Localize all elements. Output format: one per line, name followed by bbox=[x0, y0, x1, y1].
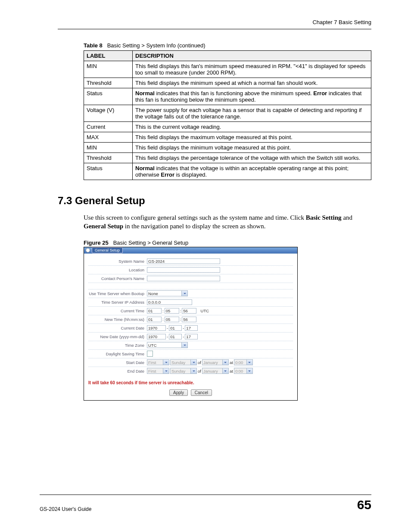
label-current-time: Current Time bbox=[88, 308, 147, 313]
current-time-s[interactable]: 56 bbox=[182, 308, 196, 314]
cell-label: MIN bbox=[84, 143, 133, 153]
cell-description: This field displays the percentage toler… bbox=[133, 153, 371, 163]
end-of-text: of bbox=[198, 369, 201, 373]
current-date-m[interactable]: 01 bbox=[169, 325, 182, 331]
current-time-h[interactable]: 01 bbox=[147, 308, 162, 314]
end-at-text: at bbox=[230, 369, 233, 373]
time-server-ip-input[interactable]: 0.0.0.0 bbox=[147, 299, 192, 305]
label-contact: Contact Person's Name bbox=[88, 276, 147, 281]
label-time-zone: Time Zone bbox=[88, 343, 147, 348]
table-row: StatusNormal indicates that this fan is … bbox=[84, 88, 371, 105]
figure-caption-text: Basic Setting > General Setup bbox=[113, 240, 189, 246]
label-new-time: New Time (hh:mm:ss) bbox=[88, 317, 147, 322]
current-date-d[interactable]: 17 bbox=[185, 325, 198, 331]
end-time-select[interactable]: 0:00 bbox=[234, 368, 253, 374]
new-date-d[interactable]: 17 bbox=[185, 334, 198, 339]
label-dst: Daylight Saving Time bbox=[88, 352, 147, 356]
current-date-y[interactable]: 1970 bbox=[147, 325, 166, 331]
cell-label: MIN bbox=[84, 61, 133, 78]
label-use-time-server: Use Time Server when Bootup bbox=[88, 291, 147, 296]
th-label: LABEL bbox=[84, 51, 133, 61]
new-time-m[interactable]: 05 bbox=[165, 317, 179, 322]
start-ord-select[interactable]: First bbox=[147, 359, 169, 365]
cell-label: Threshold bbox=[84, 78, 133, 88]
chevron-down-icon bbox=[222, 360, 228, 365]
current-time-suffix: UTC bbox=[201, 308, 209, 313]
start-at-text: at bbox=[230, 360, 233, 365]
table-row: StatusNormal indicates that the voltage … bbox=[84, 163, 371, 180]
th-description: DESCRIPTION bbox=[133, 51, 371, 61]
table-caption-prefix: Table 8 bbox=[84, 42, 103, 49]
chevron-down-icon bbox=[190, 360, 196, 365]
new-time-s[interactable]: 56 bbox=[182, 317, 196, 322]
chevron-down-icon bbox=[181, 291, 187, 296]
dst-checkbox[interactable] bbox=[147, 351, 153, 357]
chevron-down-icon bbox=[246, 368, 252, 373]
chevron-down-icon bbox=[190, 368, 196, 373]
end-ord-select[interactable]: First bbox=[147, 368, 169, 374]
contact-input[interactable] bbox=[147, 276, 220, 281]
cell-description: This is the current voltage reading. bbox=[133, 122, 371, 132]
cell-description: This field displays the minimum voltage … bbox=[133, 143, 371, 153]
cell-description: Normal indicates that the voltage is wit… bbox=[133, 163, 371, 180]
table-caption-text: Basic Setting > System Info (continued) bbox=[107, 42, 206, 49]
location-input[interactable] bbox=[147, 267, 220, 273]
table-row: Voltage (V)The power supply for each vol… bbox=[84, 105, 371, 122]
start-time-select[interactable]: 0:00 bbox=[234, 359, 253, 365]
label-system-name: System Name bbox=[88, 259, 147, 264]
new-date-m[interactable]: 01 bbox=[169, 334, 182, 339]
chevron-down-icon bbox=[246, 360, 252, 365]
current-time-m[interactable]: 05 bbox=[165, 308, 179, 314]
end-day-select[interactable]: Sunday bbox=[170, 368, 197, 374]
table-caption: Table 8 Basic Setting > System Info (con… bbox=[84, 42, 371, 49]
table-row: MINThis field displays this fan's minimu… bbox=[84, 61, 371, 78]
chevron-down-icon bbox=[181, 342, 187, 348]
cell-label: Status bbox=[84, 88, 133, 105]
label-time-server-ip: Time Server IP Address bbox=[88, 300, 147, 305]
chevron-down-icon bbox=[163, 360, 169, 365]
label-end-date: End Date bbox=[88, 369, 147, 373]
cell-description: This field displays this fan's minimum s… bbox=[133, 61, 371, 78]
start-month-select[interactable]: January bbox=[202, 359, 229, 365]
table-row: CurrentThis is the current voltage readi… bbox=[84, 122, 371, 132]
label-location: Location bbox=[88, 268, 147, 272]
chevron-down-icon bbox=[163, 368, 169, 373]
cell-description: The power supply for each voltage has a … bbox=[133, 105, 371, 122]
cell-label: Voltage (V) bbox=[84, 105, 133, 122]
cell-description: Normal indicates that this fan is functi… bbox=[133, 88, 371, 105]
table-row: MINThis field displays the minimum volta… bbox=[84, 143, 371, 153]
system-info-table: LABEL DESCRIPTION MINThis field displays… bbox=[84, 50, 371, 180]
figure-warning: It will take 60 seconds if time server i… bbox=[84, 378, 297, 389]
cell-label: MAX bbox=[84, 132, 133, 143]
chapter-header: Chapter 7 Basic Setting bbox=[58, 19, 371, 29]
system-name-input[interactable]: GS-2024 bbox=[147, 258, 220, 264]
label-current-date: Current Date bbox=[88, 326, 147, 330]
cell-label: Current bbox=[84, 122, 133, 132]
table-row: MAXThis field displays the maximum volta… bbox=[84, 132, 371, 143]
figure-caption: Figure 25 Basic Setting > General Setup bbox=[84, 240, 371, 246]
start-day-select[interactable]: Sunday bbox=[170, 359, 197, 365]
footer-guide: GS-2024 User's Guide bbox=[40, 506, 91, 512]
time-zone-select[interactable]: UTC bbox=[147, 342, 188, 348]
figure-titlebar-label: General Setup bbox=[92, 247, 123, 253]
cell-description: This field displays the minimum speed at… bbox=[133, 78, 371, 88]
table-row: ThresholdThis field displays the minimum… bbox=[84, 78, 371, 88]
use-time-server-select[interactable]: None bbox=[147, 290, 188, 296]
cancel-button[interactable]: Cancel bbox=[191, 389, 212, 396]
page-number: 65 bbox=[357, 498, 371, 512]
end-month-select[interactable]: January bbox=[202, 368, 229, 374]
figure-caption-prefix: Figure 25 bbox=[84, 240, 109, 246]
figure-general-setup: General Setup System Name GS-2024 Locati… bbox=[84, 247, 298, 401]
label-new-date: New Date (yyyy-mm-dd) bbox=[88, 334, 147, 339]
cell-description: This field displays the maximum voltage … bbox=[133, 132, 371, 143]
start-of-text: of bbox=[198, 360, 201, 365]
chevron-down-icon bbox=[222, 368, 228, 373]
apply-button[interactable]: Apply bbox=[169, 389, 188, 396]
section-body-text: Use this screen to configure general set… bbox=[84, 213, 371, 231]
figure-titlebar: General Setup bbox=[84, 247, 297, 254]
new-date-y[interactable]: 1970 bbox=[147, 334, 166, 339]
new-time-h[interactable]: 01 bbox=[147, 317, 162, 322]
cell-label: Status bbox=[84, 163, 133, 180]
table-row: ThresholdThis field displays the percent… bbox=[84, 153, 371, 163]
titlebar-dot-icon bbox=[86, 248, 90, 252]
